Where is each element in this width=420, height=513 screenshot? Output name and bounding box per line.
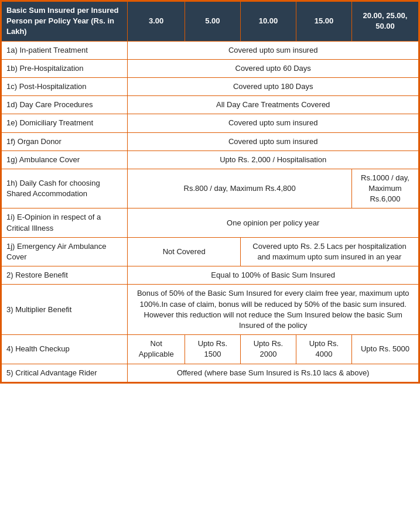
table-row: 1i) E-Opinion in respect of a Critical I… [2, 208, 419, 237]
row-col5: Upto Rs. 5000 [351, 335, 418, 364]
header-col1: 3.00 [128, 2, 185, 42]
row-label: 1f) Organ Donor [2, 132, 128, 151]
row-value: Offered (where base Sum Insured is Rs.10… [128, 364, 419, 382]
table-row: 1j) Emergency Air Ambulance Cover Not Co… [2, 237, 419, 266]
table-row: 1e) Domiciliary Treatment Covered upto s… [2, 114, 419, 132]
row-label: 2) Restore Benefit [2, 266, 128, 285]
row-value: Upto Rs. 2,000 / Hospitalisation [128, 151, 419, 169]
row-label: 4) Health Checkup [2, 335, 128, 364]
table-row: 3) Multiplier Benefit Bonus of 50% of th… [2, 285, 419, 335]
table-row: 1f) Organ Donor Covered upto sum insured [2, 132, 419, 151]
header-col2: 5.00 [185, 2, 240, 42]
row-label: 1h) Daily Cash for choosing Shared Accom… [2, 169, 128, 208]
row-value: One opinion per policy year [128, 208, 419, 237]
row-value: Covered upto sum insured [128, 132, 419, 151]
row-value: All Day Care Treatments Covered [128, 96, 419, 114]
table-row: 1d) Day Care Procedures All Day Care Tre… [2, 96, 419, 114]
table-row: 1c) Post-Hospitalization Covered upto 18… [2, 77, 419, 95]
header-col3: 10.00 [240, 2, 296, 42]
row-label: 5) Critical Advantage Rider [2, 364, 128, 382]
row-value: Covered upto 60 Days [128, 59, 419, 77]
row-value: Bonus of 50% of the Basic Sum Insured fo… [128, 285, 419, 335]
row-label: 1d) Day Care Procedures [2, 96, 128, 114]
row-col3: Upto Rs. 2000 [240, 335, 296, 364]
table-row: 1a) In-patient Treatment Covered upto su… [2, 41, 419, 59]
row-value: Covered upto 180 Days [128, 77, 419, 95]
row-value-b: Covered upto Rs. 2.5 Lacs per hospitaliz… [240, 237, 418, 266]
row-value: Covered upto sum insured [128, 114, 419, 132]
row-value-b: Rs.1000 / day, Maximum Rs.6,000 [351, 169, 418, 208]
row-label: 1g) Ambulance Cover [2, 151, 128, 169]
table-row: 5) Critical Advantage Rider Offered (whe… [2, 364, 419, 382]
table-row: 4) Health Checkup Not Applicable Upto Rs… [2, 335, 419, 364]
row-value-a: Rs.800 / day, Maximum Rs.4,800 [128, 169, 352, 208]
row-label: 1e) Domiciliary Treatment [2, 114, 128, 132]
row-value: Covered upto sum insured [128, 41, 419, 59]
table-row: 1g) Ambulance Cover Upto Rs. 2,000 / Hos… [2, 151, 419, 169]
header-row: Basic Sum Insured per Insured Person per… [2, 2, 419, 42]
row-label: 1c) Post-Hospitalization [2, 77, 128, 95]
row-label: 1b) Pre-Hospitalization [2, 59, 128, 77]
benefits-table: Basic Sum Insured per Insured Person per… [1, 1, 419, 382]
table-row: 1h) Daily Cash for choosing Shared Accom… [2, 169, 419, 208]
row-col4: Upto Rs. 4000 [296, 335, 351, 364]
table-row: 2) Restore Benefit Equal to 100% of Basi… [2, 266, 419, 285]
header-col5: 20.00, 25.00, 50.00 [351, 2, 418, 42]
table-row: 1b) Pre-Hospitalization Covered upto 60 … [2, 59, 419, 77]
row-label: 1a) In-patient Treatment [2, 41, 128, 59]
row-label: 1i) E-Opinion in respect of a Critical I… [2, 208, 128, 237]
main-table-wrapper: Basic Sum Insured per Insured Person per… [0, 0, 420, 384]
header-col0: Basic Sum Insured per Insured Person per… [2, 2, 128, 42]
row-value: Equal to 100% of Basic Sum Insured [128, 266, 419, 285]
row-value-a: Not Covered [128, 237, 241, 266]
row-label: 1j) Emergency Air Ambulance Cover [2, 237, 128, 266]
row-label: 3) Multiplier Benefit [2, 285, 128, 335]
row-col2: Upto Rs. 1500 [185, 335, 240, 364]
header-col4: 15.00 [296, 2, 351, 42]
row-col1: Not Applicable [128, 335, 185, 364]
